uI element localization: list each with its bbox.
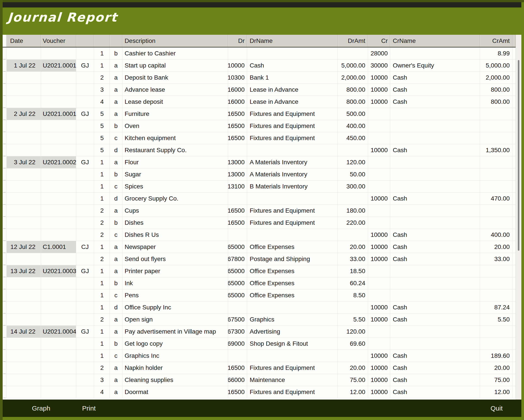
cell-date[interactable] <box>7 229 41 241</box>
header-description[interactable]: Description <box>122 35 228 47</box>
cell-dr-name[interactable] <box>247 229 338 241</box>
cell-dr-name[interactable]: Office Expenses <box>247 277 338 289</box>
cell-voucher[interactable] <box>41 205 76 217</box>
cell-cr-amount[interactable] <box>480 120 513 132</box>
cell-entry-letter[interactable]: b <box>110 48 122 59</box>
cell-cr-account[interactable] <box>368 108 390 120</box>
cell-entry-letter[interactable]: c <box>110 181 122 193</box>
cell-voucher[interactable] <box>41 253 76 265</box>
cell-dr-amount[interactable]: 50.00 <box>338 168 368 181</box>
cell-dr-amount[interactable] <box>338 350 368 362</box>
cell-cr-account[interactable] <box>368 265 390 277</box>
row-selector[interactable] <box>3 350 7 362</box>
cell-description[interactable]: Newspaper <box>122 241 228 253</box>
cell-cr-amount[interactable]: 87.24 <box>480 302 513 314</box>
cell-cr-name[interactable]: Owner's Equity <box>390 59 480 72</box>
cell-cr-amount[interactable]: 400.00 <box>480 229 513 241</box>
row-selector[interactable] <box>3 326 7 338</box>
row-selector[interactable] <box>3 374 7 386</box>
cell-entry-letter[interactable]: b <box>110 338 122 350</box>
cell-voucher[interactable] <box>41 48 76 59</box>
cell-entry-number[interactable]: 1 <box>94 289 110 302</box>
cell-journal-type[interactable] <box>76 289 94 302</box>
cell-date[interactable] <box>7 120 41 132</box>
cell-entry-number[interactable]: 4 <box>94 96 110 108</box>
cell-entry-number[interactable]: 3 <box>94 374 110 386</box>
cell-dr-account[interactable]: 13000 <box>228 168 247 181</box>
cell-voucher[interactable] <box>41 350 76 362</box>
table-row[interactable]: 2 a Napkin holder 16500 Fixtures and Equ… <box>3 362 516 374</box>
vertical-scrollbar[interactable] <box>516 35 521 400</box>
cell-dr-name[interactable]: Advertising <box>247 326 338 338</box>
cell-dr-account[interactable]: 65000 <box>228 289 247 302</box>
cell-dr-account[interactable]: 13100 <box>228 181 247 193</box>
table-row[interactable]: 13 Jul 22 U2021.0003 GJ 1 a Printer pape… <box>3 265 516 277</box>
table-row[interactable]: 1 c Pens 65000 Office Expenses 8.50 <box>3 289 516 302</box>
row-selector[interactable] <box>3 277 7 289</box>
table-row[interactable]: 5 b Oven 16500 Fixtures and Equipment 40… <box>3 120 516 132</box>
cell-dr-name[interactable]: Office Expenses <box>247 289 338 302</box>
cell-description[interactable]: Lease deposit <box>122 96 228 108</box>
cell-description[interactable]: Doormat <box>122 386 228 398</box>
cell-cr-amount[interactable] <box>480 108 513 120</box>
cell-description[interactable]: Pay advertisement in Village map <box>122 326 228 338</box>
row-selector[interactable] <box>3 386 7 398</box>
cell-cr-account[interactable]: 10000 <box>368 96 390 108</box>
cell-date[interactable] <box>7 277 41 289</box>
table-row[interactable]: 1 d Grocery Supply Co. 10000 Cash 470.00 <box>3 193 516 205</box>
cell-entry-letter[interactable]: c <box>110 350 122 362</box>
cell-entry-number[interactable]: 5 <box>94 108 110 120</box>
cell-voucher[interactable] <box>41 374 76 386</box>
cell-cr-account[interactable]: 10000 <box>368 241 390 253</box>
cell-dr-account[interactable]: 16500 <box>228 205 247 217</box>
cell-dr-amount[interactable]: 20.00 <box>338 362 368 374</box>
cell-dr-amount[interactable]: 180.00 <box>338 205 368 217</box>
cell-dr-amount[interactable]: 12.00 <box>338 386 368 398</box>
cell-date[interactable] <box>7 362 41 374</box>
cell-description[interactable]: Furniture <box>122 108 228 120</box>
cell-description[interactable]: Cleaning supplies <box>122 374 228 386</box>
row-selector[interactable] <box>3 72 7 84</box>
cell-entry-letter[interactable]: a <box>110 253 122 265</box>
cell-date[interactable] <box>7 48 41 59</box>
cell-cr-name[interactable]: Cash <box>390 241 480 253</box>
cell-entry-number[interactable]: 1 <box>94 241 110 253</box>
cell-dr-amount[interactable]: 75.00 <box>338 374 368 386</box>
cell-cr-amount[interactable] <box>480 277 513 289</box>
cell-cr-name[interactable] <box>390 289 480 302</box>
cell-dr-account[interactable] <box>228 144 247 156</box>
cell-date[interactable] <box>7 144 41 156</box>
cell-cr-name[interactable] <box>390 277 480 289</box>
cell-description[interactable]: Spices <box>122 181 228 193</box>
cell-cr-name[interactable]: Cash <box>390 302 480 314</box>
cell-entry-number[interactable]: 1 <box>94 350 110 362</box>
cell-cr-account[interactable]: 10000 <box>368 253 390 265</box>
cell-dr-name[interactable]: Postage and Shipping <box>247 253 338 265</box>
cell-cr-name[interactable] <box>390 168 480 181</box>
cell-entry-number[interactable]: 2 <box>94 205 110 217</box>
table-row[interactable]: 2 a Deposit to Bank 10300 Bank 1 2,000.0… <box>3 72 516 84</box>
cell-entry-letter[interactable]: a <box>110 362 122 374</box>
header-journal-type[interactable] <box>76 35 94 47</box>
header-voucher[interactable]: Voucher <box>41 35 76 47</box>
cell-date[interactable] <box>7 289 41 302</box>
cell-journal-type[interactable] <box>76 350 94 362</box>
cell-dr-amount[interactable]: 8.50 <box>338 289 368 302</box>
cell-cr-account[interactable] <box>368 156 390 168</box>
cell-description[interactable]: Restaurant Supply Co. <box>122 144 228 156</box>
cell-cr-amount[interactable] <box>480 156 513 168</box>
cell-cr-account[interactable] <box>368 277 390 289</box>
table-row[interactable]: 1 d Office Supply Inc 10000 Cash 87.24 <box>3 302 516 314</box>
row-selector[interactable] <box>3 59 7 72</box>
cell-entry-letter[interactable]: a <box>110 241 122 253</box>
cell-journal-type[interactable]: GJ <box>76 156 94 168</box>
cell-dr-name[interactable]: Fixtures and Equipment <box>247 205 338 217</box>
row-selector[interactable] <box>3 362 7 374</box>
cell-voucher[interactable] <box>41 289 76 302</box>
cell-dr-name[interactable]: Fixtures and Equipment <box>247 120 338 132</box>
row-selector[interactable] <box>3 193 7 205</box>
cell-cr-name[interactable] <box>390 326 480 338</box>
cell-dr-account[interactable]: 65000 <box>228 265 247 277</box>
cell-journal-type[interactable] <box>76 120 94 132</box>
table-row[interactable]: 2 c Dishes R Us 10000 Cash 400.00 <box>3 229 516 241</box>
